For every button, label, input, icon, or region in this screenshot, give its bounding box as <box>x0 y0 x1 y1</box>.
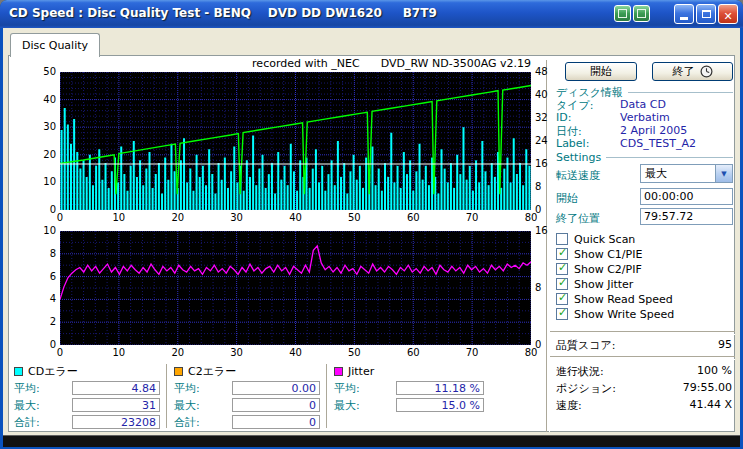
axis-tick-label: 40 <box>26 94 56 105</box>
c2-stats-column: C2エラー 平均:0.00 最大:0 合計:0 <box>174 364 320 429</box>
checkbox-show-read-speed[interactable]: Show Read Speed <box>556 292 732 306</box>
stat-label: 平均: <box>174 381 200 396</box>
axis-tick-label: 50 <box>26 66 56 77</box>
axis-tick-label: 10 <box>26 176 56 187</box>
stat-label: 最大: <box>14 398 40 413</box>
checkbox-show-c1-pie[interactable]: Show C1/PIE <box>556 247 732 261</box>
progress-value: 100 % <box>697 364 732 379</box>
checkbox-icon <box>556 293 568 305</box>
c1-error-chart <box>60 72 531 210</box>
transfer-speed-select[interactable]: 最大 <box>640 164 733 183</box>
disc-info-row: ID:Verbatim <box>556 111 735 124</box>
position-label: ポジション: <box>556 381 616 396</box>
axis-tick-label: 60 <box>398 347 428 358</box>
c1-stats-column: CDエラー 平均:4.84 最大:31 合計:23208 <box>14 364 160 429</box>
axis-tick-label: 0 <box>45 212 75 223</box>
checkbox-show-c2-pif[interactable]: Show C2/PIF <box>556 262 732 276</box>
start-button-label: 開始 <box>590 64 612 79</box>
checkbox-label: Show Write Speed <box>574 308 674 321</box>
stat-header: C2エラー <box>188 364 236 379</box>
speed-label: 速度: <box>556 398 582 413</box>
axis-tick-label: 16 <box>535 158 565 169</box>
position-value: 79:55.00 <box>683 381 732 396</box>
axis-tick-label: 70 <box>457 347 487 358</box>
axis-tick-label: 20 <box>26 149 56 160</box>
checkbox-icon <box>556 308 568 320</box>
window-title: CD Speed : Disc Quality Test - BENQ DVD … <box>9 6 437 20</box>
speed-row: 速度: 41.44 X <box>556 398 732 413</box>
stat-row: 最大:15.0 % <box>334 398 484 412</box>
close-button[interactable] <box>718 4 738 24</box>
progress-row: 進行状況: 100 % <box>556 364 732 379</box>
axis-tick-label: 0 <box>45 347 75 358</box>
axis-tick-label: 24 <box>535 135 565 146</box>
checkbox-label: Quick Scan <box>574 233 635 246</box>
stat-label: 最大: <box>174 398 200 413</box>
axis-tick-label: 30 <box>26 121 56 132</box>
separator <box>166 364 170 428</box>
separator <box>326 364 330 428</box>
c1-color-swatch <box>14 367 23 376</box>
disc-info-row: Label:CDS_TEST_A2 <box>556 137 735 150</box>
quality-score-row: 品質スコア: 95 <box>556 338 732 353</box>
checkbox-show-jitter[interactable]: Show Jitter <box>556 277 732 291</box>
jitter-stats-column: Jitter 平均:11.18 % 最大:15.0 % <box>334 364 484 412</box>
titlebar-extra-button-2[interactable] <box>633 5 650 22</box>
axis-tick-label: 10 <box>104 212 134 223</box>
start-position-input[interactable] <box>640 188 733 205</box>
stat-label: 合計: <box>14 415 40 430</box>
checkbox-label: Show C2/PIF <box>574 263 642 276</box>
stat-row: 最大:0 <box>174 398 320 412</box>
axis-tick-label: 32 <box>535 112 565 123</box>
stat-label: 平均: <box>14 381 40 396</box>
axis-tick-label: 60 <box>398 212 428 223</box>
checkbox-quick-scan[interactable]: Quick Scan <box>556 232 732 246</box>
stat-value: 31 <box>72 398 160 412</box>
stat-label: 平均: <box>334 381 360 396</box>
progress-label: 進行状況: <box>556 364 604 379</box>
app-window: CD Speed : Disc Quality Test - BENQ DVD … <box>0 0 743 449</box>
stat-value: 11.18 % <box>396 381 484 395</box>
stat-row: 平均:4.84 <box>14 381 160 395</box>
stat-row: 最大:31 <box>14 398 160 412</box>
header-rule <box>628 92 733 93</box>
start-button[interactable]: 開始 <box>565 62 637 81</box>
c2-color-swatch <box>174 367 183 376</box>
axis-tick-label: 10 <box>104 347 134 358</box>
tab-disc-quality[interactable]: Disc Quality <box>10 33 100 57</box>
end-position-input[interactable] <box>640 208 733 225</box>
axis-tick-label: 40 <box>281 347 311 358</box>
checkbox-show-write-speed[interactable]: Show Write Speed <box>556 307 732 321</box>
stat-label: 合計: <box>174 415 200 430</box>
axis-tick-label: 2 <box>26 316 56 327</box>
minimize-icon <box>680 17 688 20</box>
stat-value: 4.84 <box>72 381 160 395</box>
checkbox-label: Show Jitter <box>574 278 633 291</box>
checkbox-icon <box>556 248 568 260</box>
axis-tick-label: 6 <box>26 271 56 282</box>
maximize-button[interactable] <box>696 4 716 24</box>
separator <box>550 356 735 360</box>
info-value: CDS_TEST_A2 <box>620 137 696 150</box>
checkbox-label: Show C1/PIE <box>574 248 642 261</box>
axis-tick-label: 4 <box>26 293 56 304</box>
minimize-button[interactable] <box>674 4 694 24</box>
header-rule <box>606 157 733 158</box>
status-bar <box>3 435 740 447</box>
exit-button-label: 終了 <box>673 64 695 79</box>
titlebar-extra-button-1[interactable] <box>614 5 631 22</box>
titlebar[interactable]: CD Speed : Disc Quality Test - BENQ DVD … <box>0 0 743 28</box>
axis-tick-label: 10 <box>26 225 56 236</box>
stat-value: 0 <box>232 398 320 412</box>
close-icon <box>723 5 732 24</box>
stat-header: CDエラー <box>28 364 78 379</box>
stat-label: 最大: <box>334 398 360 413</box>
stat-header: Jitter <box>348 365 374 378</box>
axis-tick-label: 40 <box>535 89 565 100</box>
axis-tick-label: 16 <box>535 225 565 236</box>
chevron-down-icon[interactable] <box>715 165 732 182</box>
axis-tick-label: 70 <box>457 212 487 223</box>
maximize-icon <box>702 10 711 18</box>
exit-button[interactable]: 終了 <box>652 62 733 81</box>
stat-row: 平均:11.18 % <box>334 381 484 395</box>
